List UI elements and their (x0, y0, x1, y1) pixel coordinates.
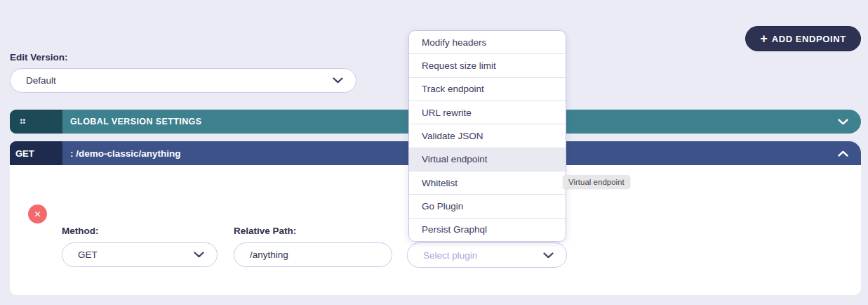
plugin-select-placeholder: Select plugin (423, 250, 543, 261)
menu-item-url-rewrite[interactable]: URL rewrite (409, 101, 566, 124)
endpoint-method-section: GET (10, 141, 62, 165)
menu-item-virtual-endpoint[interactable]: Virtual endpoint (409, 148, 566, 171)
plus-icon: + (760, 32, 768, 45)
menu-item-modify-headers[interactable]: Modify headers (409, 31, 566, 54)
menu-item-go-plugin[interactable]: Go Plugin (409, 195, 566, 218)
menu-item-whitelist[interactable]: Whitelist (409, 171, 566, 195)
plugin-dropdown-menu: Modify headers Request size limit Track … (408, 30, 566, 242)
virtual-endpoint-tooltip: Virtual endpoint (563, 175, 630, 188)
version-select[interactable]: Default (10, 68, 356, 93)
chevron-down-icon[interactable] (838, 119, 848, 125)
endpoint-path: : /demo-classic/anything (70, 148, 181, 159)
version-select-value: Default (26, 75, 333, 86)
method-select[interactable]: GET (62, 242, 218, 267)
menu-item-request-size-limit[interactable]: Request size limit (409, 54, 566, 77)
relative-path-field-label: Relative Path: (234, 226, 296, 236)
remove-endpoint-button[interactable]: ✕ (28, 205, 47, 223)
endpoint-method-tag: GET (15, 148, 34, 159)
chevron-down-icon (333, 77, 343, 84)
global-bar-handle-section (10, 110, 62, 134)
close-icon: ✕ (34, 209, 41, 219)
menu-item-track-endpoint[interactable]: Track endpoint (409, 78, 566, 101)
chevron-up-icon[interactable] (838, 150, 848, 157)
chevron-down-icon (194, 252, 204, 258)
menu-item-persist-graphql[interactable]: Persist Graphql (409, 219, 566, 241)
method-field-label: Method: (62, 226, 98, 236)
edit-version-label: Edit Version: (10, 52, 68, 63)
method-select-value: GET (78, 249, 194, 260)
plugin-select[interactable]: Select plugin (407, 242, 567, 268)
add-endpoint-label: ADD ENDPOINT (772, 34, 846, 44)
drag-handle-icon[interactable] (20, 119, 26, 124)
add-endpoint-button[interactable]: + ADD ENDPOINT (745, 26, 861, 51)
chevron-down-icon (543, 252, 554, 259)
relative-path-input[interactable] (234, 242, 392, 267)
menu-item-validate-json[interactable]: Validate JSON (409, 124, 566, 148)
global-bar-title: GLOBAL VERSION SETTINGS (70, 117, 201, 126)
